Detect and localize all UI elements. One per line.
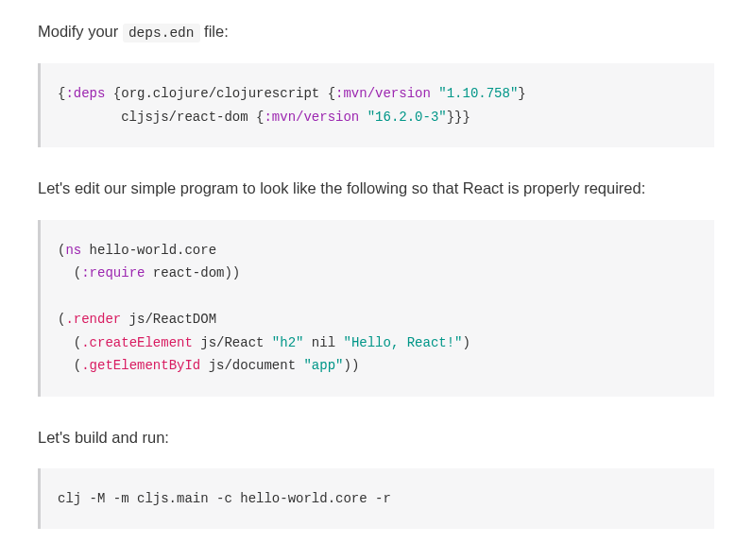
code-token: "1.10.758"	[438, 86, 518, 101]
code-token: )	[463, 335, 470, 350]
code-token: }}}	[447, 110, 470, 125]
code-token: "Hello, React!"	[343, 335, 462, 350]
inline-code-deps-edn: deps.edn	[123, 24, 200, 42]
code-token: }	[518, 86, 525, 101]
code-token: cljsjs/react-dom {	[58, 110, 264, 125]
code-token: js/ReactDOM	[121, 312, 216, 327]
code-block-deps: {:deps {org.clojure/clojurescript {:mvn/…	[38, 63, 714, 147]
paragraph-edit-program: Let's edit our simple program to look li…	[38, 176, 714, 200]
code-token: ))	[343, 358, 359, 373]
code-token: js/document	[200, 358, 303, 373]
code-block-run: clj -M -m cljs.main -c hello-world.core …	[38, 468, 714, 530]
paragraph-build-run: Let's build and run:	[38, 425, 714, 450]
code-token: :require	[81, 265, 145, 280]
code-block-program: (ns hello-world.core (:require react-dom…	[38, 220, 714, 397]
text: Modify your	[38, 23, 123, 40]
code-token: .createElement	[81, 335, 193, 350]
code-token: :mvn/version	[264, 110, 359, 125]
code-token: (	[58, 335, 81, 350]
code-token: hello-world.core	[81, 243, 216, 258]
code-token: react-dom))	[145, 265, 240, 280]
code-token: js/React	[193, 335, 272, 350]
text: file:	[200, 23, 229, 40]
code-token: :deps	[65, 86, 105, 101]
code-token: nil	[303, 335, 343, 350]
code-token: .render	[65, 312, 121, 327]
code-token	[359, 110, 367, 125]
code-token: clj -M -m cljs.main -c hello-world.core …	[58, 491, 391, 506]
code-token: "h2"	[272, 335, 304, 350]
code-token: (	[58, 358, 81, 373]
code-token: .getElementById	[81, 358, 200, 373]
code-token: "16.2.0-3"	[367, 110, 447, 125]
code-token: ns	[65, 243, 81, 258]
code-token: "app"	[303, 358, 343, 373]
code-token: (	[58, 265, 81, 280]
paragraph-modify: Modify your deps.edn file:	[38, 19, 714, 44]
code-token: {org.clojure/clojurescript {	[105, 86, 335, 101]
code-token: :mvn/version	[335, 86, 431, 101]
